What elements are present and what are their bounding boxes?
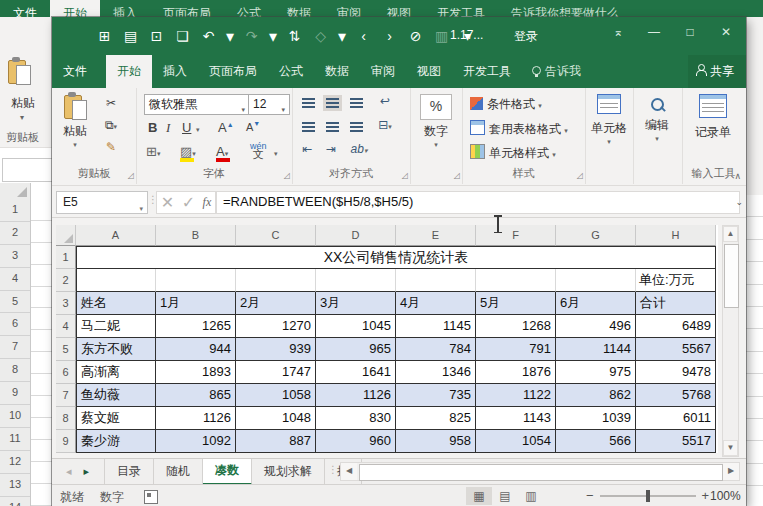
background-tab-公式[interactable]: 公式: [224, 0, 274, 17]
cancel-icon[interactable]: ✕: [161, 193, 174, 212]
value-cell[interactable]: 1268: [476, 315, 556, 338]
conditional-formatting-button[interactable]: 条件格式 ▾: [470, 96, 542, 113]
vertical-scrollbar[interactable]: ▲ ▼: [722, 225, 739, 457]
scroll-left-icon[interactable]: ◀: [341, 463, 357, 480]
background-tab-file[interactable]: 文件: [0, 0, 50, 17]
undo-icon[interactable]: ↶: [200, 28, 217, 44]
value-cell[interactable]: 1270: [236, 315, 316, 338]
ribbon-display-options-icon[interactable]: ⌅: [600, 17, 636, 47]
background-row-headers[interactable]: 1234567891011121314: [0, 199, 31, 506]
redo-icon[interactable]: ↷: [243, 28, 260, 44]
value-cell[interactable]: 1145: [396, 315, 476, 338]
form-button-icon[interactable]: ⊞: [96, 28, 113, 44]
phonetic-guide-button[interactable]: wén文: [250, 142, 267, 159]
scroll-down-icon[interactable]: ▼: [723, 440, 738, 456]
scroll-right-icon[interactable]: ▶: [723, 463, 739, 480]
scroll-up-icon[interactable]: ▲: [723, 226, 738, 242]
dialog-launcher-icon[interactable]: ◿: [454, 171, 460, 180]
editing-button[interactable]: 编辑▾: [639, 94, 675, 143]
dialog-launcher-icon[interactable]: ◿: [402, 171, 408, 180]
sheet-tab-规划求解[interactable]: 规划求解: [252, 459, 325, 485]
total-cell[interactable]: 6011: [636, 407, 716, 430]
paste-button[interactable]: 粘贴: [11, 95, 35, 112]
next-comment-icon[interactable]: ›: [381, 28, 398, 44]
align-right-button[interactable]: [350, 122, 363, 132]
empty-cell[interactable]: [236, 269, 316, 292]
tell-me-button[interactable]: 告诉我: [522, 55, 591, 88]
tab-公式[interactable]: 公式: [268, 55, 314, 88]
next-sheet-icon[interactable]: ▸: [84, 465, 102, 477]
value-cell[interactable]: 975: [556, 361, 636, 384]
table-title-cell[interactable]: XX公司销售情况统计表: [76, 246, 716, 269]
background-tab-开始[interactable]: 开始: [50, 0, 100, 17]
zoom-slider-thumb[interactable]: [646, 490, 650, 502]
value-cell[interactable]: 1092: [156, 430, 236, 453]
name-cell[interactable]: 马二妮: [76, 315, 156, 338]
dialog-launcher-icon[interactable]: ◿: [577, 171, 583, 180]
total-cell[interactable]: 5517: [636, 430, 716, 453]
column-header-D[interactable]: D: [316, 225, 396, 246]
value-cell[interactable]: 735: [396, 384, 476, 407]
value-cell[interactable]: 1747: [236, 361, 316, 384]
background-tab-tellme[interactable]: 告诉我你想要做什么: [498, 0, 632, 17]
value-cell[interactable]: 1122: [476, 384, 556, 407]
background-tab-开发工具[interactable]: 开发工具: [424, 0, 498, 17]
number-format-button[interactable]: % 数字▾: [418, 94, 454, 149]
table-header-cell[interactable]: 3月: [316, 292, 396, 315]
value-cell[interactable]: 1039: [556, 407, 636, 430]
tab-文件[interactable]: 文件: [52, 55, 98, 88]
background-tab-插入[interactable]: 插入: [100, 0, 150, 17]
table-header-cell[interactable]: 5月: [476, 292, 556, 315]
format-painter-icon[interactable]: ✎: [102, 140, 120, 154]
underline-button[interactable]: U: [182, 120, 191, 135]
empty-cell[interactable]: [156, 269, 236, 292]
column-header-F[interactable]: F: [476, 225, 556, 246]
orientation-button[interactable]: ab▾: [350, 142, 368, 156]
background-row-header[interactable]: 3: [0, 245, 30, 268]
value-cell[interactable]: 939: [236, 338, 316, 361]
table-header-cell[interactable]: 4月: [396, 292, 476, 315]
share-button[interactable]: 共享: [688, 55, 746, 88]
value-cell[interactable]: 791: [476, 338, 556, 361]
background-name-box[interactable]: [2, 158, 53, 182]
background-row-header[interactable]: 13: [0, 474, 30, 497]
table-header-cell[interactable]: 1月: [156, 292, 236, 315]
value-cell[interactable]: 1641: [316, 361, 396, 384]
increase-indent-button[interactable]: ⇥: [322, 142, 340, 156]
name-cell[interactable]: 蔡文姬: [76, 407, 156, 430]
value-cell[interactable]: 960: [316, 430, 396, 453]
top-align-button[interactable]: [302, 98, 315, 108]
total-cell[interactable]: 6489: [636, 315, 716, 338]
background-tab-审阅[interactable]: 审阅: [324, 0, 374, 17]
shapes-icon[interactable]: ◇: [312, 28, 329, 44]
background-row-header[interactable]: 8: [0, 359, 30, 382]
formula-input[interactable]: =RANDBETWEEN($H5/8,$H5/5): [216, 191, 740, 214]
table-header-cell[interactable]: 2月: [236, 292, 316, 315]
print-preview-icon[interactable]: ❏: [174, 28, 191, 44]
row-header-1[interactable]: 1: [56, 246, 76, 269]
column-header-G[interactable]: G: [556, 225, 636, 246]
copy-icon[interactable]: ⧉▾: [102, 118, 120, 132]
value-cell[interactable]: 1126: [156, 407, 236, 430]
value-cell[interactable]: 1876: [476, 361, 556, 384]
decrease-indent-button[interactable]: ⇤: [298, 142, 316, 156]
value-cell[interactable]: 1346: [396, 361, 476, 384]
background-select-all-corner[interactable]: [0, 183, 31, 200]
macro-record-icon[interactable]: [144, 490, 158, 504]
row-header-6[interactable]: 6: [56, 361, 76, 384]
value-cell[interactable]: 965: [316, 338, 396, 361]
save-icon[interactable]: ▤: [122, 28, 139, 44]
sign-in-button[interactable]: 登录: [514, 28, 538, 45]
borders-button[interactable]: ⊞▾: [146, 144, 160, 159]
merge-center-button[interactable]: ⊟▾: [376, 118, 394, 132]
name-cell[interactable]: 高渐离: [76, 361, 156, 384]
empty-cell[interactable]: [76, 269, 156, 292]
background-row-header[interactable]: 2: [0, 222, 30, 245]
previous-comment-icon[interactable]: ‹: [355, 28, 372, 44]
table-header-cell[interactable]: 6月: [556, 292, 636, 315]
table-header-cell[interactable]: 合计: [636, 292, 716, 315]
decrease-font-size-button[interactable]: A▼: [246, 120, 260, 133]
value-cell[interactable]: 1265: [156, 315, 236, 338]
chevron-down-icon[interactable]: ▾: [20, 113, 24, 122]
background-row-header[interactable]: 11: [0, 428, 30, 451]
